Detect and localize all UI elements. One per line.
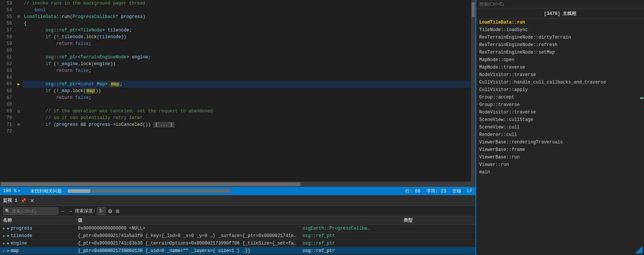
- watch-settings-button[interactable]: ⚙: [107, 208, 113, 214]
- watch-view-button[interactable]: ⊞: [115, 208, 121, 214]
- code-content: 53// invoke runs in the background pager…: [0, 0, 471, 182]
- callstack-item[interactable]: CullVisitor::apply: [476, 86, 644, 94]
- callstack-item[interactable]: SceneView::cullStage: [476, 116, 644, 124]
- line-gutter: [15, 128, 22, 135]
- watch-row[interactable]: ▶ ◆ map {_ptr=0x000002173986d130 {_uid=0…: [0, 247, 476, 255]
- watch-cell-type: osg::ref_ptr: [300, 248, 374, 254]
- watch-search-input[interactable]: [12, 209, 57, 214]
- code-line: 57 osg::ref_ptr<TileNode> tilenode;: [0, 27, 471, 34]
- line-number: 53: [0, 0, 15, 7]
- callstack-item[interactable]: ViewerBase::frame: [476, 146, 644, 154]
- callstack-search-input[interactable]: [479, 1, 641, 7]
- zoom-status[interactable]: 100 % ▾: [3, 188, 20, 194]
- line-code-content: if (!_tilenode.lock(tilenode)): [22, 34, 471, 40]
- code-area: 53// invoke runs in the background pager…: [0, 0, 476, 182]
- callstack-item[interactable]: Viewer::run: [476, 161, 644, 169]
- callstack-item[interactable]: RexTerrainEngineNode::setMap: [476, 49, 644, 56]
- expand-icon[interactable]: ▶: [3, 234, 5, 238]
- expand-icon[interactable]: ▶: [3, 226, 5, 231]
- callstack-item[interactable]: LoadTileData::run: [476, 19, 644, 26]
- watch-cell-type: osg::ref_ptr: [300, 233, 374, 239]
- collapse-icon[interactable]: ⊟: [18, 13, 20, 20]
- line-gutter: [15, 7, 22, 13]
- line-gutter: [15, 20, 22, 27]
- callstack-item[interactable]: NodeVisitor::traverse: [476, 71, 644, 79]
- callstack-item[interactable]: RexTerrainEngineNode::dirtyTerrain: [476, 34, 644, 41]
- code-line: 56{: [0, 20, 471, 27]
- depth-dropdown-icon[interactable]: ▾: [101, 209, 104, 213]
- callstack-item[interactable]: ViewerBase::renderingTraversals: [476, 139, 644, 146]
- scrollbar-thumb[interactable]: [472, 2, 475, 17]
- editor-scrollbar-horizontal[interactable]: [0, 182, 476, 187]
- line-gutter: [15, 27, 22, 34]
- watch-toolbar: 🔍 ← → 搜索深度: 3 ▾ ⚙ ⊞: [0, 206, 476, 216]
- line-code-content: // so it can potentially retry later.: [22, 115, 471, 121]
- callstack-item[interactable]: MapNode::traverse: [476, 64, 644, 71]
- watch-table: 名称 值 类型 ▶ ◆ progress 0x0000000000000000 …: [0, 216, 476, 255]
- code-line: 54 bool: [0, 7, 471, 13]
- h-scrollbar-thumb[interactable]: [1, 182, 300, 186]
- callstack-scroll-button[interactable]: [635, 246, 643, 254]
- ok-icon: ✓: [26, 188, 29, 194]
- search-icon: 🔍: [5, 209, 10, 213]
- watch-cell-value: {_ptr=0x000002173986d130 {_uid=0 _name="…: [75, 248, 300, 254]
- callstack-item[interactable]: CullVisitor::handle_cull_callbacks_and_t…: [476, 79, 644, 86]
- code-line: 60: [0, 47, 471, 54]
- current-line-arrow: ▶: [18, 81, 20, 88]
- watch-forward-button[interactable]: →: [67, 208, 73, 214]
- line-number: 65: [0, 81, 15, 88]
- callstack-item[interactable]: ViewerBase::run: [476, 154, 644, 161]
- callstack-search-area: [476, 0, 644, 9]
- callstack-item[interactable]: Group::accept: [476, 94, 644, 101]
- collapse-icon[interactable]: ⊟: [18, 108, 20, 115]
- line-number: 67: [0, 94, 15, 101]
- line-number: 62: [0, 61, 15, 67]
- problems-status: ✓ 未找到相关问题: [26, 188, 62, 194]
- callstack-item[interactable]: Group::traverse: [476, 101, 644, 109]
- line-code-content: osg::ref_ptr<TerrainEngineNode> engine;: [22, 54, 471, 61]
- watch-back-button[interactable]: ←: [60, 208, 66, 214]
- watch-row[interactable]: ▶ ◆ progress 0x0000000000000000 <NULL> o…: [0, 225, 476, 232]
- scroll-thumb[interactable]: [68, 189, 90, 193]
- scroll-indicator[interactable]: [68, 189, 230, 193]
- line-gutter: [15, 47, 22, 54]
- col-text: 字符: 23: [426, 188, 446, 194]
- spaces-status: 空格: [452, 188, 461, 194]
- code-line: 72: [0, 128, 471, 135]
- watch-type-icon: ◆: [7, 226, 9, 231]
- expand-icon[interactable]: ▶: [3, 249, 5, 253]
- search-depth-wrap[interactable]: 3 ▾: [97, 207, 106, 215]
- callstack-item[interactable]: NodeVisitor::traverse: [476, 109, 644, 116]
- callstack-item[interactable]: Renderer::cull: [476, 131, 644, 139]
- line-number: 59: [0, 40, 15, 47]
- callstack-item[interactable]: TileNode::loadSync: [476, 26, 644, 34]
- watch-name-text: progress: [11, 226, 33, 231]
- line-gutter: [15, 94, 22, 101]
- watch-panel: 监视 1 📌 ✕ 🔍 ← → 搜索深度: 3 ▾ ⚙ ⊞: [0, 195, 476, 255]
- zoom-dropdown-icon[interactable]: ▾: [18, 189, 20, 193]
- watch-cell-name: ▶ ◆ progress: [0, 226, 75, 231]
- editor-scrollbar-vertical[interactable]: [471, 0, 476, 182]
- callstack-item[interactable]: main: [476, 169, 644, 176]
- line-code-content: {: [22, 20, 471, 27]
- watch-header-value: 值: [75, 216, 401, 224]
- callstack-item[interactable]: MapNode::open: [476, 56, 644, 64]
- line-number: 63: [0, 67, 15, 74]
- callstack-item[interactable]: RexTerrainEngineNode::refresh: [476, 41, 644, 49]
- watch-cell-type: osg::ref_ptr: [300, 241, 374, 246]
- watch-close-button[interactable]: ✕: [29, 198, 35, 204]
- line-gutter: [15, 40, 22, 47]
- watch-pin-button[interactable]: 📌: [20, 198, 26, 204]
- line-gutter: ▶: [15, 81, 22, 88]
- callstack-list[interactable]: LoadTileData::runTileNode::loadSyncRexTe…: [476, 19, 644, 233]
- collapse-icon[interactable]: ⊞: [18, 121, 20, 128]
- expand-icon[interactable]: ▶: [3, 241, 5, 246]
- line-code-content: return false;: [22, 67, 471, 74]
- watch-row[interactable]: ▶ ◆ tilenode {_ptr=0x0000021741a5a3f0 {_…: [0, 232, 476, 240]
- watch-search-wrap[interactable]: 🔍: [3, 207, 58, 215]
- watch-row[interactable]: ▶ ◆ engine {_ptr=0x0000021741c83b30 {_te…: [0, 240, 476, 247]
- line-code-content: return false;: [22, 40, 471, 47]
- callstack-item[interactable]: SceneView::cull: [476, 124, 644, 131]
- line-number: 56: [0, 20, 15, 27]
- code-line: 66 if (!_map.lock(map)): [0, 88, 471, 94]
